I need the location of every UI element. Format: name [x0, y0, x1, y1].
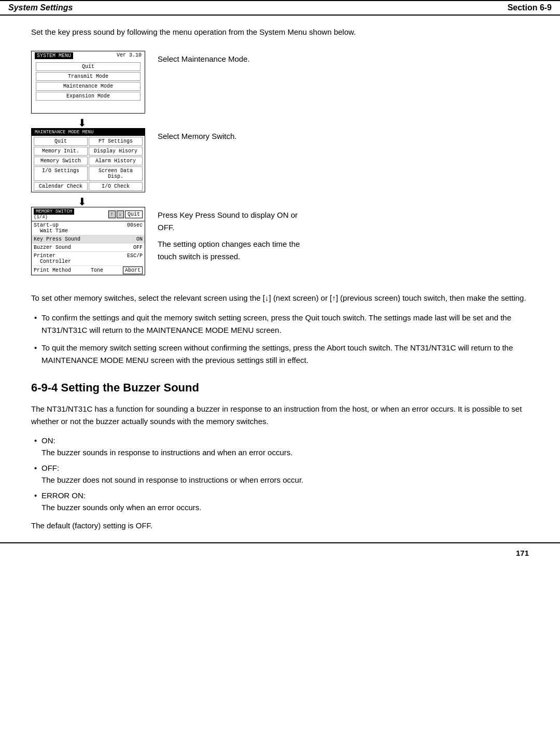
key-press-value: ON: [136, 236, 143, 242]
nav-down-button[interactable]: ↓: [117, 210, 124, 218]
system-menu-items: Quit Transmit Mode Maintenance Mode Expa…: [32, 60, 145, 113]
maint-alarm-history: Alarm History: [89, 157, 143, 165]
bullet-item-2: To quit the memory switch setting screen…: [41, 342, 529, 367]
page-header: System Settings Section 6-9: [0, 0, 560, 16]
system-menu-row: SYSTEM MENU Ver 3.10 Quit Transmit Mode …: [31, 51, 250, 114]
maintenance-menu-title: MAINTENANCE MODE MENU: [32, 129, 145, 136]
key-press-row: Key Press Sound ON: [32, 235, 145, 244]
buzzer-row: Buzzer Sound OFF: [32, 244, 145, 252]
menu-item-quit: Quit: [36, 62, 141, 71]
main-content: Set the key press sound by following the…: [0, 26, 560, 532]
startup-row: Start-up Wait Time 00sec: [32, 221, 145, 235]
printer-value: ESC/P: [127, 253, 143, 264]
buzzer-intro: The NT31/NT31C has a function for soundi…: [31, 403, 529, 428]
startup-label: Start-up Wait Time: [34, 222, 68, 234]
buzzer-error-on-item: ERROR ON: The buzzer sounds only when an…: [41, 490, 529, 513]
mem-switch-title: MEMORY SWITCH: [34, 208, 74, 215]
print-method-label: Print Method: [34, 268, 71, 273]
maintenance-menu-grid: Quit PT Settings Memory Init. Display Hi…: [32, 136, 145, 192]
intro-text: Set the key press sound by following the…: [31, 26, 529, 38]
menu-item-transmit: Transmit Mode: [36, 72, 141, 81]
buzzer-error-on-label: ERROR ON:: [41, 491, 86, 500]
menu-item-expansion: Expansion Mode: [36, 92, 141, 101]
maint-screen-data: Screen Data Disp.: [89, 166, 143, 181]
buzzer-off-item: OFF: The buzzer does not sound in respon…: [41, 462, 529, 486]
nav-up-button[interactable]: ↑: [108, 210, 116, 218]
print-method-row: Print Method Tone Abort: [32, 266, 145, 275]
maint-io-check: I/O Check: [89, 182, 143, 191]
mem-nav-buttons: ↑ ↓ Quit: [108, 210, 143, 218]
buzzer-on-label: ON:: [41, 436, 55, 445]
printer-label: Printer Controller: [34, 253, 71, 264]
default-text: The default (factory) setting is OFF.: [31, 520, 529, 532]
print-method-value: Tone: [91, 268, 103, 273]
diagram-area: SYSTEM MENU Ver 3.10 Quit Transmit Mode …: [31, 51, 529, 279]
maint-display-hisory: Display Hisory: [89, 147, 143, 156]
system-menu-box: SYSTEM MENU Ver 3.10 Quit Transmit Mode …: [31, 51, 145, 114]
menu-item-maintenance: Maintenance Mode: [36, 82, 141, 91]
buzzer-on-item: ON: The buzzer sounds in response to ins…: [41, 435, 529, 458]
menu-version-bar: SYSTEM MENU Ver 3.10: [32, 51, 145, 60]
maint-calendar-check: Calendar Check: [34, 182, 88, 191]
abort-button[interactable]: Abort: [123, 266, 143, 274]
maint-io-settings: I/O Settings: [34, 166, 88, 181]
note-select-maintenance: Select Maintenance Mode.: [158, 51, 250, 65]
maint-memory-switch: Memory Switch: [34, 157, 88, 165]
printer-row: Printer Controller ESC/P: [32, 252, 145, 266]
memory-switch-box: MEMORY SWITCH (1/4) ↑ ↓ Quit Start-up Wa…: [31, 207, 145, 275]
maintenance-menu-row: MAINTENANCE MODE MENU Quit PT Settings M…: [31, 128, 237, 192]
note-key-press-sound: Press Key Press Sound to display ON or O…: [158, 207, 313, 263]
buzzer-off-label: OFF:: [41, 464, 59, 472]
arrow-2: ⬇: [78, 196, 87, 207]
section-heading: 6-9-4 Setting the Buzzer Sound: [31, 381, 529, 395]
memory-switch-row: MEMORY SWITCH (1/4) ↑ ↓ Quit Start-up Wa…: [31, 207, 313, 275]
bullet-item-1: To confirm the settings and quit the mem…: [41, 312, 529, 336]
buzzer-off-desc: The buzzer does not sound in response to…: [41, 475, 303, 484]
buzzer-options-list: ON: The buzzer sounds in response to ins…: [41, 435, 529, 513]
system-menu-title: SYSTEM MENU: [35, 52, 73, 59]
header-section: Section 6-9: [508, 3, 552, 12]
arrow-1: ⬇: [78, 118, 87, 128]
note3-line1: Press Key Press Sound to display ON or O…: [158, 209, 313, 234]
mem-header-left: MEMORY SWITCH (1/4): [34, 208, 74, 220]
maint-memory-init: Memory Init.: [34, 147, 88, 156]
maint-pt-settings: PT Settings: [89, 137, 143, 146]
bullet-list: To confirm the settings and quit the mem…: [41, 312, 529, 367]
mem-quit-button[interactable]: Quit: [125, 210, 143, 218]
buzzer-label: Buzzer Sound: [34, 245, 71, 250]
buzzer-error-on-desc: The buzzer sounds only when an error occ…: [41, 503, 202, 512]
header-title: System Settings: [8, 3, 73, 12]
buzzer-on-desc: The buzzer sounds in response to instruc…: [41, 448, 292, 457]
mem-switch-header: MEMORY SWITCH (1/4) ↑ ↓ Quit: [32, 207, 145, 221]
note-select-memory-switch: Select Memory Switch.: [158, 128, 237, 143]
buzzer-value: OFF: [133, 245, 143, 250]
startup-value: 00sec: [127, 222, 143, 234]
note3-line2: The setting option changes each time the…: [158, 238, 313, 263]
system-menu-version: Ver 3.10: [117, 52, 142, 59]
maintenance-menu-box: MAINTENANCE MODE MENU Quit PT Settings M…: [31, 128, 145, 192]
key-press-label: Key Press Sound: [34, 236, 80, 242]
maint-quit: Quit: [34, 137, 88, 146]
page-number: 171: [516, 549, 529, 557]
page-footer: 171: [0, 542, 560, 563]
mem-switch-page: (1/4): [34, 215, 48, 220]
body-para-1: To set other memory switches, select the…: [31, 292, 529, 304]
